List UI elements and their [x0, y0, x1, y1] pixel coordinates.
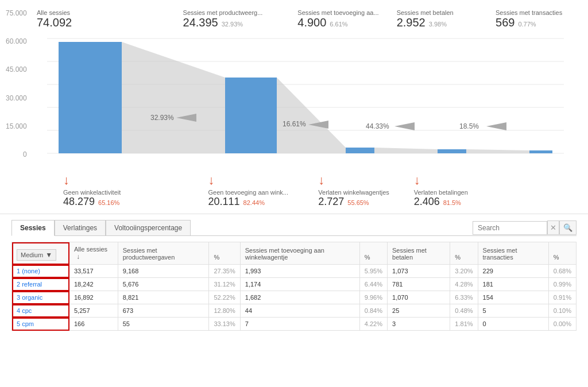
cell-transacties: 5 — [478, 304, 548, 318]
funnel-arrow-4 — [486, 122, 506, 130]
funnel-arrow-3 — [394, 122, 415, 130]
tab-sessies[interactable]: Sessies — [11, 220, 55, 236]
cell-transacties: 181 — [478, 278, 548, 291]
cell-betalen: 1,073 — [388, 265, 450, 278]
th-medium[interactable]: Medium ▼ — [12, 242, 69, 265]
cell-transacties: 154 — [478, 291, 548, 304]
funnel-pct-label-2: 16.61% — [283, 120, 306, 128]
cell-pct-bet: 3.20% — [450, 265, 478, 278]
cell-pct-bet: 4.28% — [450, 278, 478, 291]
dropout-verlaten-betalingen: ↓ Verlaten betalingen 2.40681.5% — [408, 173, 504, 208]
funnel-header-productweergave: Sessies met productweerg... 24.39532.93% — [181, 9, 296, 29]
cell-prod-views: 9,168 — [118, 265, 209, 278]
funnel-header-alle-sessies: Alle sessies 74.092 — [34, 9, 181, 29]
cell-betalen: 3 — [388, 318, 450, 331]
cell-alle-sessies: 18,242 — [69, 278, 118, 291]
funnel-pct-label-4: 18.5% — [459, 122, 479, 130]
cell-pct-toev: 4.22% — [359, 318, 387, 331]
bar-alle-sessies — [59, 42, 122, 153]
funnel-chart: 32.93% 16.61% 44.33% 18.5% — [34, 33, 577, 171]
table-row: 4 cpc 5,257 673 12.80% 44 0.84% 25 0.48%… — [12, 304, 577, 318]
funnel-flow-1 — [122, 42, 225, 153]
dropout-geen-toevoeging: ↓ Geen toevoeging aan wink... 20.11182.4… — [197, 173, 313, 208]
cell-pct-prod: 27.35% — [209, 265, 240, 278]
dropout-arrow-3: ↓ — [318, 173, 324, 188]
cell-toevoeging: 1,682 — [240, 291, 359, 304]
tabs-section: Sessies Verlatinges Voltooiingspercentag… — [0, 214, 588, 336]
cell-pct-toev: 6.44% — [359, 278, 387, 291]
search-clear-button[interactable]: ✕ — [547, 220, 559, 235]
cell-pct-bet: 6.33% — [450, 291, 478, 304]
cell-pct-toev: 5.95% — [359, 265, 387, 278]
th-sessies-transacties: Sessies met transacties — [478, 242, 548, 265]
cell-betalen: 25 — [388, 304, 450, 318]
th-pct-betalen: % — [450, 242, 478, 265]
cell-prod-views: 5,676 — [118, 278, 209, 291]
cell-toevoeging: 44 — [240, 304, 359, 318]
funnel-flow-2 — [277, 78, 346, 153]
cell-betalen: 781 — [388, 278, 450, 291]
th-pct-transacties: % — [548, 242, 576, 265]
dropout-arrow-1: ↓ — [63, 173, 69, 188]
cell-medium: 1 (none) — [12, 265, 69, 278]
th-pct-product: % — [209, 242, 240, 265]
bar-productweergave — [225, 78, 277, 153]
data-table: Medium ▼ Alle sessies ↓ Sessies met prod… — [11, 242, 577, 331]
bar-toevoeging — [346, 148, 374, 153]
tabs-right: ✕ 🔍 — [473, 220, 577, 235]
cell-prod-views: 8,821 — [118, 291, 209, 304]
table-row: 5 cpm 166 55 33.13% 7 4.22% 3 1.81% 0 0.… — [12, 318, 577, 331]
dropout-arrow-4: ↓ — [414, 173, 420, 188]
funnel-section: 75.000 60.000 45.000 30.000 15.000 0 All… — [0, 0, 588, 214]
th-sessies-betalen: Sessies met betalen — [388, 242, 450, 265]
table-row: 2 referral 18,242 5,676 31.12% 1,174 6.4… — [12, 278, 577, 291]
funnel-header-betalen: Sessies met betalen 2.9523.98% — [394, 9, 493, 29]
cell-pct-trans: 0.10% — [548, 304, 576, 318]
funnel-pct-label-1: 32.93% — [150, 114, 174, 122]
cell-medium: 2 referral — [12, 278, 69, 291]
funnel-headers: Alle sessies 74.092 Sessies met productw… — [34, 9, 577, 29]
cell-pct-prod: 12.80% — [209, 304, 240, 318]
chevron-down-icon: ▼ — [45, 251, 52, 259]
cell-pct-prod: 52.22% — [209, 291, 240, 304]
cell-toevoeging: 7 — [240, 318, 359, 331]
medium-filter[interactable]: Medium ▼ — [17, 249, 56, 261]
cell-alle-sessies: 5,257 — [69, 304, 118, 318]
funnel-header-transacties: Sessies met transacties 5690.77% — [493, 9, 577, 29]
dropout-verlaten-wagentjes: ↓ Verlaten winkelwagentjes 2.72755.65% — [312, 173, 408, 208]
table-row: 3 organic 16,892 8,821 52.22% 1,682 9.96… — [12, 291, 577, 304]
cell-pct-trans: 0.00% — [548, 318, 576, 331]
cell-alle-sessies: 33,517 — [69, 265, 118, 278]
cell-pct-trans: 0.68% — [548, 265, 576, 278]
tab-verlatinges[interactable]: Verlatinges — [55, 220, 106, 235]
cell-pct-trans: 0.99% — [548, 278, 576, 291]
th-sessies-toevoeging: Sessies met toevoeging aan winkelwagentj… — [240, 242, 359, 265]
cell-medium: 4 cpc — [12, 304, 69, 318]
search-button[interactable]: 🔍 — [559, 220, 577, 235]
cell-pct-toev: 0.84% — [359, 304, 387, 318]
cell-pct-bet: 1.81% — [450, 318, 478, 331]
cell-transacties: 229 — [478, 265, 548, 278]
search-input[interactable] — [473, 221, 547, 235]
cell-transacties: 0 — [478, 318, 548, 331]
th-pct-toevoeging: % — [359, 242, 387, 265]
cell-pct-prod: 31.12% — [209, 278, 240, 291]
dropout-row: ↓ Geen winkelactiviteit 48.27965.16% ↓ G… — [34, 173, 577, 208]
cell-prod-views: 673 — [118, 304, 209, 318]
funnel-pct-label-3: 44.33% — [366, 122, 389, 130]
cell-medium: 3 organic — [12, 291, 69, 304]
cell-toevoeging: 1,993 — [240, 265, 359, 278]
cell-prod-views: 55 — [118, 318, 209, 331]
th-sessies-product: Sessies met productweergaven — [118, 242, 209, 265]
cell-pct-prod: 33.13% — [209, 318, 240, 331]
cell-pct-trans: 0.91% — [548, 291, 576, 304]
th-alle-sessies[interactable]: Alle sessies ↓ — [69, 242, 118, 265]
cell-pct-toev: 9.96% — [359, 291, 387, 304]
sort-arrow-icon: ↓ — [76, 253, 80, 261]
cell-pct-bet: 0.48% — [450, 304, 478, 318]
dropout-arrow-2: ↓ — [208, 173, 215, 188]
bar-transacties — [529, 150, 552, 153]
tab-voltooiingspercentage[interactable]: Voltooiingspercentage — [106, 220, 191, 235]
funnel-header-toevoeging: Sessies met toevoeging aa... 4.9006.61% — [295, 9, 394, 29]
funnel-flow-4 — [466, 149, 529, 153]
